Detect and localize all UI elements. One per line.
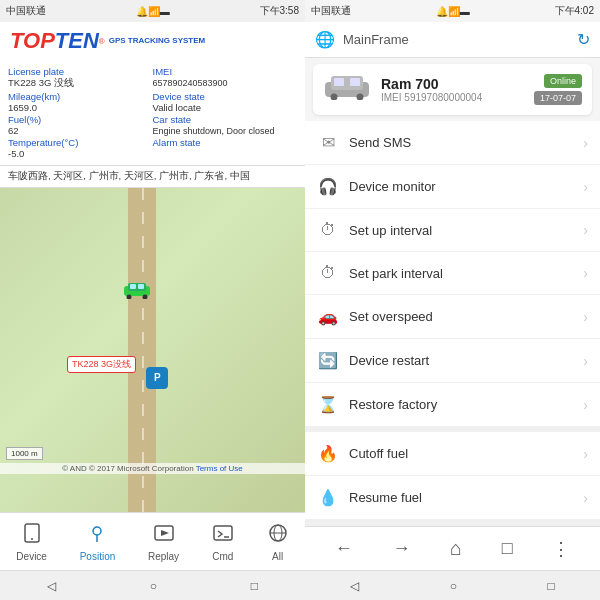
all-icon <box>267 522 289 549</box>
license-plate-row: License plate TK228 3G 没线 <box>8 66 153 90</box>
carrier-right: 中国联通 <box>311 4 351 18</box>
status-icons-right: 🔔📶▬ <box>436 6 470 17</box>
svg-rect-19 <box>334 78 344 86</box>
nav-device[interactable]: Device <box>8 518 55 566</box>
chevron-icon-4: › <box>583 265 588 281</box>
imei-row: IMEI 657890240583900 <box>153 66 298 90</box>
right-topbar: 🌐 MainFrame ↻ <box>305 22 600 58</box>
logo-sub: GPS TRACKING SYSTEM <box>109 37 205 46</box>
car-icon-map <box>122 279 150 297</box>
vehicle-card: Ram 700 IMEI 59197080000004 Online 17-07… <box>313 64 592 115</box>
menu-item-cutoff-fuel[interactable]: 🔥 Cutoff fuel › <box>305 432 600 476</box>
car-state-row: Car state Engine shutdown, Door closed <box>153 114 298 136</box>
svg-point-7 <box>31 538 33 540</box>
chevron-icon-7: › <box>583 397 588 413</box>
more-btn-right[interactable]: ⋮ <box>544 534 578 564</box>
set-overspeed-icon: 🚗 <box>317 307 339 326</box>
tab-btn-right[interactable]: □ <box>494 534 521 563</box>
cmd-icon <box>212 522 234 549</box>
logo-reg: ® <box>99 37 105 46</box>
resume-fuel-icon: 💧 <box>317 488 339 507</box>
carrier-left: 中国联通 <box>6 4 46 18</box>
set-park-icon: ⏱ <box>317 264 339 282</box>
menu-section-main: ✉ Send SMS › 🎧 Device monitor › ⏱ Set up… <box>305 121 600 426</box>
info-panel: License plate TK228 3G 没线 IMEI 657890240… <box>0 60 305 166</box>
recent-btn-sys-right[interactable]: □ <box>536 575 567 597</box>
back-btn-left[interactable]: ◁ <box>35 575 68 597</box>
position-icon <box>86 522 108 549</box>
forward-btn-right[interactable]: → <box>384 534 418 563</box>
device-state-row: Device state Valid locate <box>153 91 298 113</box>
chevron-icon-3: › <box>583 222 588 238</box>
menu-item-device-restart[interactable]: 🔄 Device restart › <box>305 339 600 383</box>
logo-top: TOP <box>10 28 55 54</box>
chevron-icon-2: › <box>583 179 588 195</box>
restore-factory-icon: ⌛ <box>317 395 339 414</box>
left-panel: 中国联通 🔔📶▬ 下午3:58 TOPTEN® GPS TRACKING SYS… <box>0 0 305 600</box>
refresh-icon[interactable]: ↻ <box>577 30 590 49</box>
badge-online: Online <box>544 74 582 88</box>
sys-nav-right: ◁ ○ □ <box>305 570 600 600</box>
status-icons-left: 🔔📶▬ <box>136 6 170 17</box>
back-btn-sys-right[interactable]: ◁ <box>338 575 371 597</box>
set-interval-icon: ⏱ <box>317 221 339 239</box>
vehicle-badges: Online 17-07-07 <box>534 74 582 105</box>
home-btn-right[interactable]: ⌂ <box>442 533 470 564</box>
cutoff-fuel-icon: 🔥 <box>317 444 339 463</box>
menu-item-restore-factory[interactable]: ⌛ Restore factory › <box>305 383 600 426</box>
back-btn-right[interactable]: ← <box>327 534 361 563</box>
nav-position[interactable]: Position <box>72 518 124 566</box>
device-monitor-icon: 🎧 <box>317 177 339 196</box>
device-restart-icon: 🔄 <box>317 351 339 370</box>
nav-replay[interactable]: Replay <box>140 518 187 566</box>
address-bar: 车陂西路, 天河区, 广州市, 天河区, 广州市, 广东省, 中国 <box>0 166 305 188</box>
vehicle-imei: IMEI 59197080000004 <box>381 92 524 103</box>
chevron-icon-8: › <box>583 446 588 462</box>
replay-icon <box>153 522 175 549</box>
time-right: 下午4:02 <box>555 4 594 18</box>
topbar-label: MainFrame <box>343 32 569 47</box>
svg-rect-12 <box>214 526 232 540</box>
menu-item-device-monitor[interactable]: 🎧 Device monitor › <box>305 165 600 209</box>
temperature-row: Temperature(°C) -5.0 <box>8 137 153 159</box>
map-marker: P <box>146 367 168 389</box>
nav-cmd[interactable]: Cmd <box>204 518 242 566</box>
menu-section-fuel: 🔥 Cutoff fuel › 💧 Resume fuel › <box>305 432 600 519</box>
vehicle-name: Ram 700 <box>381 76 524 92</box>
chevron-icon-6: › <box>583 353 588 369</box>
fuel-row: Fuel(%) 62 <box>8 114 153 136</box>
chevron-icon-9: › <box>583 490 588 506</box>
vehicle-info: Ram 700 IMEI 59197080000004 <box>381 76 524 103</box>
logo-area: TOPTEN® GPS TRACKING SYSTEM <box>0 22 305 60</box>
car-label: TK228 3G没线 <box>67 356 136 373</box>
status-bar-right: 中国联通 🔔📶▬ 下午4:02 <box>305 0 600 22</box>
map-area[interactable]: 2017-07-07 14:33:18 Drop>1Hr 5 Second la… <box>0 188 305 512</box>
globe-icon: 🌐 <box>315 30 335 49</box>
logo-ten: TEN <box>55 28 99 54</box>
svg-rect-3 <box>138 284 144 289</box>
right-panel: 中国联通 🔔📶▬ 下午4:02 🌐 MainFrame ↻ Ram 700 IM… <box>305 0 600 600</box>
device-icon <box>21 522 43 549</box>
home-btn-left[interactable]: ○ <box>138 575 169 597</box>
menu-list: ✉ Send SMS › 🎧 Device monitor › ⏱ Set up… <box>305 121 600 526</box>
car-svg <box>122 279 152 299</box>
right-bottom-nav: ← → ⌂ □ ⋮ <box>305 526 600 570</box>
scale-bar: 1000 m <box>6 447 43 460</box>
bottom-nav-left: Device Position Replay Cmd All <box>0 512 305 570</box>
home-btn-sys-right[interactable]: ○ <box>438 575 469 597</box>
sys-nav-left: ◁ ○ □ <box>0 570 305 600</box>
svg-marker-11 <box>161 530 169 536</box>
send-sms-icon: ✉ <box>317 133 339 152</box>
recent-btn-left[interactable]: □ <box>239 575 270 597</box>
menu-item-set-park[interactable]: ⏱ Set park interval › <box>305 252 600 295</box>
menu-item-resume-fuel[interactable]: 💧 Resume fuel › <box>305 476 600 519</box>
menu-item-label: Send SMS <box>349 135 573 150</box>
menu-item-set-overspeed[interactable]: 🚗 Set overspeed › <box>305 295 600 339</box>
mileage-row: Mileage(km) 1659.0 <box>8 91 153 113</box>
map-copyright: © AND © 2017 Microsoft Corporation Terms… <box>0 463 305 474</box>
time-left: 下午3:58 <box>260 4 299 18</box>
nav-all[interactable]: All <box>259 518 297 566</box>
menu-item-set-interval[interactable]: ⏱ Set up interval › <box>305 209 600 252</box>
menu-item-send-sms[interactable]: ✉ Send SMS › <box>305 121 600 165</box>
status-bar-left: 中国联通 🔔📶▬ 下午3:58 <box>0 0 305 22</box>
